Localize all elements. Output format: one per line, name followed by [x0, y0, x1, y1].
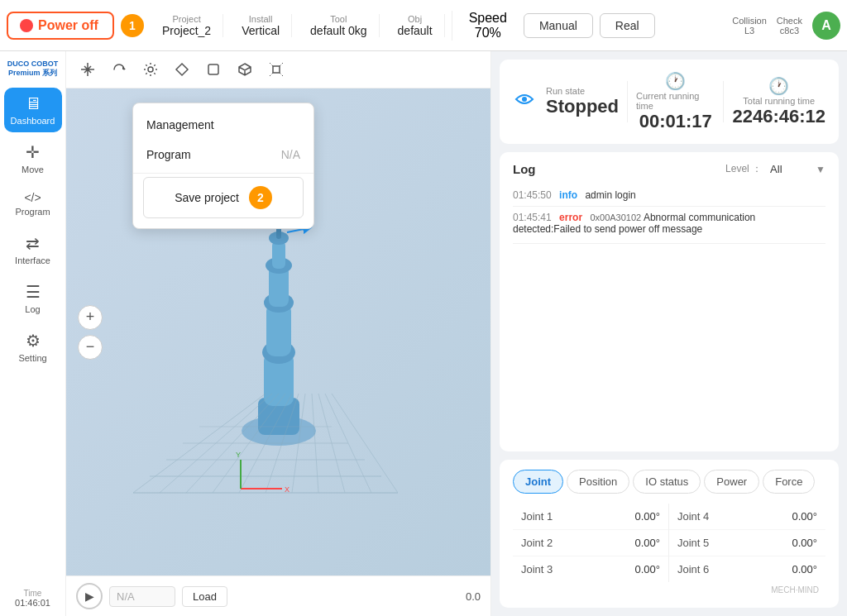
check-value: c8c3 [780, 26, 799, 36]
zoom-out-button[interactable]: − [78, 335, 103, 360]
svg-rect-13 [272, 241, 285, 269]
sidebar-item-log[interactable]: ☰ Log [4, 275, 62, 321]
total-clock-icon: 🕐 [768, 76, 789, 96]
program-tab-label: Program [146, 148, 191, 161]
sidebar-item-interface[interactable]: ⇄ Interface [4, 227, 62, 272]
tabs-row: Joint Position IO status Power Force [513, 470, 825, 494]
svg-rect-4 [273, 66, 280, 73]
sidebar-logo: DUCO COBOT Premium 系列 [4, 60, 62, 78]
time-display: Time 01:46:01 [15, 589, 50, 616]
sidebar-item-move[interactable]: ✛ Move [4, 136, 62, 181]
program-input[interactable] [109, 586, 175, 607]
log-code-2: 0x00A30102 [590, 212, 641, 222]
joint-4-name: Joint 4 [677, 510, 709, 523]
log-card: Log Level ： All Info Error ▼ 01:45:50 in… [500, 152, 839, 451]
viewport-toolbar [66, 51, 490, 88]
project-info: Project Project_2 [151, 14, 223, 37]
joint-5-name: Joint 5 [677, 537, 709, 549]
floor-grid: X Y [133, 377, 398, 509]
sidebar: DUCO COBOT Premium 系列 🖥 Dashboard ✛ Move… [0, 51, 66, 616]
joints-right-col: Joint 4 0.00° Joint 5 0.00° Joint 6 0.00… [669, 504, 825, 582]
avatar[interactable]: A [812, 12, 840, 40]
clock-icon: 🕐 [665, 71, 686, 91]
svg-text:Y: Y [236, 451, 241, 459]
run-state-main: Run state Stopped [513, 86, 619, 117]
log-level-label: Level ： [725, 162, 762, 176]
dropdown-menu: Management Program N/A Save project 2 [132, 103, 314, 229]
svg-marker-2 [176, 64, 188, 75]
tool-icon-gear[interactable] [137, 56, 164, 83]
svg-point-37 [522, 97, 527, 102]
rs-divider1 [627, 81, 628, 122]
joint-row-1: Joint 1 0.00° [513, 504, 668, 530]
joint-1-name: Joint 1 [521, 510, 553, 523]
time-value: 01:46:01 [15, 598, 50, 608]
joint-4-value: 0.00° [792, 510, 817, 523]
management-tab[interactable]: Management [133, 110, 313, 140]
joint-2-value: 0.00° [634, 537, 660, 549]
log-entry-2: 01:45:41 error 0x00A30102 Abnormal commu… [513, 207, 825, 244]
tab-force[interactable]: Force [763, 470, 815, 494]
speed-label: Speed [469, 11, 507, 26]
install-value: Vertical [242, 24, 280, 37]
joint-1-value: 0.00° [634, 510, 660, 523]
interface-icon: ⇄ [26, 233, 40, 253]
dropdown-separator [133, 173, 313, 174]
obj-info: Obj default [386, 14, 445, 37]
tool-icon-rotate[interactable] [106, 56, 132, 83]
program-tab[interactable]: Program N/A [133, 140, 313, 170]
project-label: Project [172, 14, 200, 24]
tool-icon-perspective[interactable] [263, 56, 290, 83]
manual-button[interactable]: Manual [524, 13, 593, 38]
topbar-right: Collision L3 Check c8c3 A [732, 12, 840, 40]
collision-info: Collision L3 [732, 16, 767, 36]
divider1 [452, 11, 452, 41]
zoom-controls: + − [78, 305, 103, 360]
tool-icon-cube-outline[interactable] [232, 56, 258, 83]
sidebar-item-program[interactable]: </> Program [4, 184, 62, 223]
log-level-select[interactable]: All Info Error [770, 163, 807, 175]
run-state-label: Run state [546, 86, 619, 96]
zoom-in-button[interactable]: + [78, 305, 103, 330]
joint-row-2: Joint 2 0.00° [513, 530, 668, 556]
run-state-value: Stopped [546, 96, 619, 117]
play-button[interactable]: ▶ [76, 583, 103, 609]
log-entry-1: 01:45:50 info admin login [513, 184, 825, 207]
sidebar-label-log: Log [25, 304, 40, 314]
tool-icon-cube-fill[interactable] [200, 56, 227, 83]
total-time-section: 🕐 Total running time 2246:46:12 [732, 76, 825, 127]
sidebar-label-dashboard: Dashboard [11, 116, 55, 126]
content-area: Management Program N/A Save project 2 [66, 51, 847, 616]
sidebar-item-dashboard[interactable]: 🖥 Dashboard [4, 88, 62, 132]
tab-joint[interactable]: Joint [513, 470, 563, 494]
sidebar-label-interface: Interface [15, 255, 50, 265]
joint-6-name: Joint 6 [677, 563, 709, 575]
step2-badge: 2 [249, 186, 272, 209]
power-off-button[interactable]: Power off [7, 12, 114, 40]
current-time-label: Current running time [636, 91, 715, 111]
playback-bar: ▶ Load 0.0 [66, 575, 490, 616]
main-layout: DUCO COBOT Premium 系列 🖥 Dashboard ✛ Move… [0, 51, 847, 616]
management-label: Management [146, 118, 214, 131]
log-header: Log Level ： All Info Error ▼ [513, 162, 825, 176]
tab-position[interactable]: Position [567, 470, 629, 494]
log-icon: ☰ [26, 282, 41, 302]
joints-grid: Joint 1 0.00° Joint 2 0.00° Joint 3 0.00… [513, 504, 825, 582]
tab-io-status[interactable]: IO status [633, 470, 701, 494]
joint-row-4: Joint 4 0.00° [669, 504, 825, 530]
project-value: Project_2 [162, 24, 211, 37]
sidebar-item-setting[interactable]: ⚙ Setting [4, 324, 62, 370]
load-button[interactable]: Load [182, 586, 227, 607]
tool-icon-move[interactable] [74, 56, 101, 83]
save-project-button[interactable]: Save project 2 [143, 177, 304, 218]
real-button[interactable]: Real [600, 13, 655, 38]
step1-badge: 1 [121, 14, 144, 37]
log-type-2: error [559, 212, 582, 223]
rs-divider2 [723, 81, 724, 122]
check-label: Check [777, 16, 802, 26]
install-info: Install Vertical [230, 14, 292, 37]
log-time-1: 01:45:50 [513, 189, 552, 201]
tab-power[interactable]: Power [704, 470, 759, 494]
tool-icon-diamond[interactable] [169, 56, 195, 83]
move-icon: ✛ [26, 142, 40, 162]
